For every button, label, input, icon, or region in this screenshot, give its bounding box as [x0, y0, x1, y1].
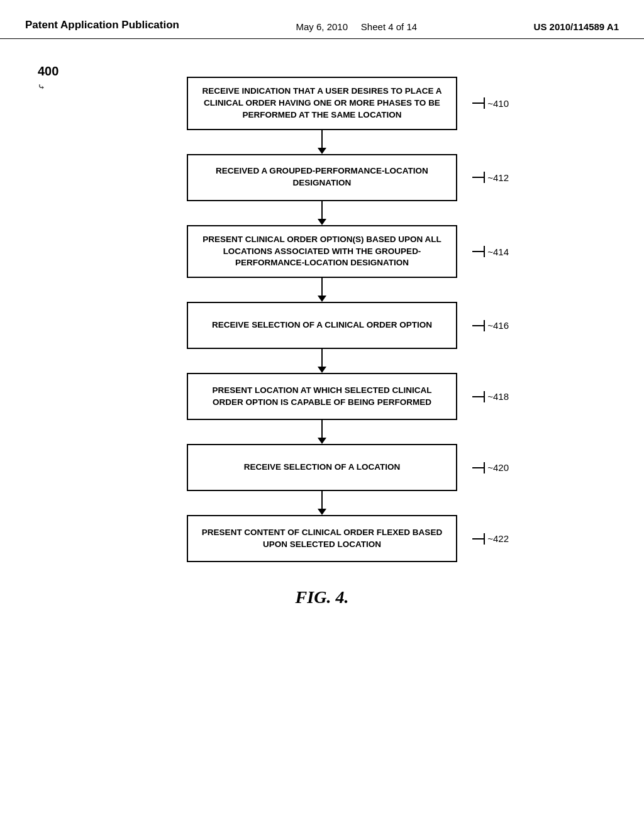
arrow-420-422 — [318, 491, 326, 515]
flow-box-414: PRESENT CLINICAL ORDER OPTION(S) BASED U… — [187, 225, 457, 279]
step-label-416: ~416 — [472, 320, 509, 331]
step-418-text: PRESENT LOCATION AT WHICH SELECTED CLINI… — [198, 385, 446, 409]
step-410-text: RECEIVE INDICATION THAT A USER DESIRES T… — [198, 86, 446, 121]
arrow-head — [318, 148, 326, 154]
flow-box-422: PRESENT CONTENT OF CLINICAL ORDER FLEXED… — [187, 515, 457, 562]
arrow-head — [318, 296, 326, 302]
publication-label: Patent Application Publication — [25, 19, 179, 31]
step-id-410: ~410 — [487, 98, 509, 109]
flow-box-420: RECEIVE SELECTION OF A LOCATION — [187, 444, 457, 491]
arrow-line — [321, 278, 323, 296]
step-420-text: RECEIVE SELECTION OF A LOCATION — [244, 462, 401, 473]
step-id-420: ~420 — [487, 462, 509, 473]
arrow-418-420 — [318, 420, 326, 444]
patent-number: US 2010/114589 A1 — [534, 19, 619, 32]
step-label-410: ~410 — [472, 98, 509, 109]
arrow-head — [318, 367, 326, 373]
arrow-414-416 — [318, 278, 326, 302]
step-row-410: RECEIVE INDICATION THAT A USER DESIRES T… — [38, 77, 606, 130]
arrow-line — [321, 420, 323, 438]
flow-box-416: RECEIVE SELECTION OF A CLINICAL ORDER OP… — [187, 302, 457, 349]
arrow-head — [318, 219, 326, 225]
flow-box-418: PRESENT LOCATION AT WHICH SELECTED CLINI… — [187, 373, 457, 420]
diagram-area: 400 ⤷ RECEIVE INDICATION THAT A USER DES… — [0, 39, 644, 633]
step-label-418: ~418 — [472, 391, 509, 402]
step-row-422: PRESENT CONTENT OF CLINICAL ORDER FLEXED… — [38, 515, 606, 562]
step-label-422: ~422 — [472, 533, 509, 544]
arrow-412-414 — [318, 201, 326, 225]
step-416-text: RECEIVE SELECTION OF A CLINICAL ORDER OP… — [212, 319, 432, 331]
sheet-info: Sheet 4 of 14 — [361, 21, 417, 32]
arrow-head — [318, 438, 326, 444]
step-row-414: PRESENT CLINICAL ORDER OPTION(S) BASED U… — [38, 225, 606, 279]
step-id-416: ~416 — [487, 320, 509, 331]
publication-date: May 6, 2010 — [296, 21, 348, 32]
step-label-412: ~412 — [472, 172, 509, 183]
step-422-text: PRESENT CONTENT OF CLINICAL ORDER FLEXED… — [198, 527, 446, 551]
step-label-420: ~420 — [472, 462, 509, 473]
step-id-412: ~412 — [487, 172, 509, 183]
arrow-line — [321, 201, 323, 219]
step-row-416: RECEIVE SELECTION OF A CLINICAL ORDER OP… — [38, 302, 606, 349]
header-center: May 6, 2010 Sheet 4 of 14 — [296, 19, 417, 32]
step-id-414: ~414 — [487, 246, 509, 257]
step-id-422: ~422 — [487, 533, 509, 544]
arrow-head — [318, 509, 326, 515]
step-id-418: ~418 — [487, 391, 509, 402]
flow-box-412: RECEIVED A GROUPED-PERFORMANCE-LOCATION … — [187, 154, 457, 201]
arrow-line — [321, 491, 323, 509]
flow-box-410: RECEIVE INDICATION THAT A USER DESIRES T… — [187, 77, 457, 130]
arrow-line — [321, 130, 323, 148]
arrow-line — [321, 349, 323, 367]
figure-label: FIG. 4. — [38, 587, 606, 607]
arrow-416-418 — [318, 349, 326, 373]
step-row-420: RECEIVE SELECTION OF A LOCATION ~420 — [38, 444, 606, 491]
step-412-text: RECEIVED A GROUPED-PERFORMANCE-LOCATION … — [198, 165, 446, 189]
step-414-text: PRESENT CLINICAL ORDER OPTION(S) BASED U… — [198, 234, 446, 270]
step-row-418: PRESENT LOCATION AT WHICH SELECTED CLINI… — [38, 373, 606, 420]
page-header: Patent Application Publication May 6, 20… — [0, 0, 644, 39]
step-label-414: ~414 — [472, 246, 509, 257]
arrow-410-412 — [318, 130, 326, 154]
step-row-412: RECEIVED A GROUPED-PERFORMANCE-LOCATION … — [38, 154, 606, 201]
flowchart: RECEIVE INDICATION THAT A USER DESIRES T… — [38, 77, 606, 562]
